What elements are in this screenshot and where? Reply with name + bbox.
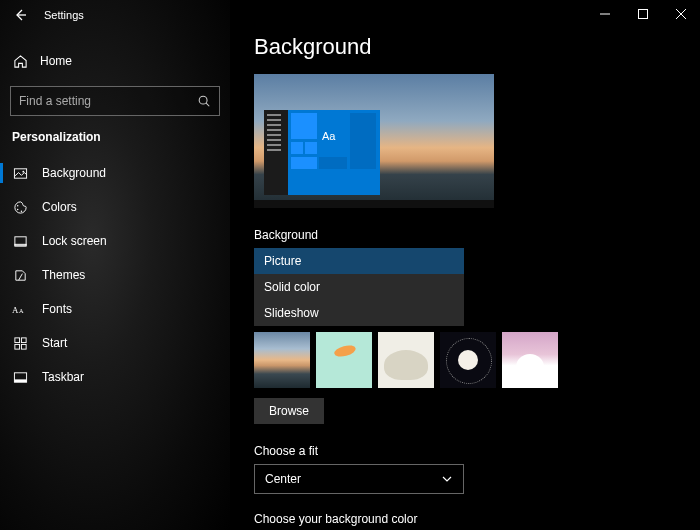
nav-label: Taskbar: [42, 370, 84, 384]
nav-item-start[interactable]: Start: [0, 326, 230, 360]
search-input[interactable]: [19, 94, 197, 108]
nav-item-background[interactable]: Background: [0, 156, 230, 190]
svg-point-4: [16, 208, 18, 210]
content: Background Aa Background Picture Solid c…: [230, 0, 700, 530]
nav-label: Fonts: [42, 302, 72, 316]
home-button[interactable]: Home: [0, 44, 230, 78]
preview-sample-text: Aa: [322, 130, 335, 142]
nav-label: Start: [42, 336, 67, 350]
picture-thumbnails: [254, 332, 700, 388]
svg-rect-11: [21, 337, 26, 342]
nav-item-lockscreen[interactable]: Lock screen: [0, 224, 230, 258]
page-heading: Background: [254, 34, 700, 60]
fit-dropdown[interactable]: Center: [254, 464, 464, 494]
picture-icon: [12, 165, 28, 181]
minimize-icon: [600, 9, 610, 19]
category-heading: Personalization: [0, 116, 230, 148]
sidebar: Settings Home Personalization Background…: [0, 0, 230, 530]
bgcolor-label: Choose your background color: [254, 512, 700, 526]
svg-point-3: [16, 204, 18, 206]
background-label: Background: [254, 228, 700, 242]
titlebar: Settings: [0, 0, 230, 30]
svg-rect-12: [14, 344, 19, 349]
themes-icon: [12, 267, 28, 283]
thumbnail-1[interactable]: [254, 332, 310, 388]
window-title: Settings: [44, 9, 84, 21]
nav-item-taskbar[interactable]: Taskbar: [0, 360, 230, 394]
dropdown-option-slideshow[interactable]: Slideshow: [254, 300, 464, 326]
search-box[interactable]: [10, 86, 220, 116]
fonts-icon: AA: [12, 301, 28, 317]
thumbnail-4[interactable]: [440, 332, 496, 388]
chevron-down-icon: [441, 473, 453, 485]
svg-point-5: [20, 210, 22, 212]
svg-rect-10: [14, 337, 19, 342]
svg-point-0: [199, 96, 207, 104]
thumbnail-2[interactable]: [316, 332, 372, 388]
svg-point-2: [22, 170, 24, 172]
maximize-button[interactable]: [624, 0, 662, 28]
back-button[interactable]: [6, 1, 34, 29]
svg-rect-16: [639, 10, 648, 19]
home-icon: [12, 53, 28, 69]
fit-label: Choose a fit: [254, 444, 700, 458]
close-icon: [676, 9, 686, 19]
desktop-preview: Aa: [254, 74, 494, 208]
palette-icon: [12, 199, 28, 215]
svg-text:A: A: [12, 305, 19, 315]
preview-start-window: Aa: [264, 110, 380, 195]
dropdown-option-picture[interactable]: Picture: [254, 248, 464, 274]
nav-label: Themes: [42, 268, 85, 282]
nav-item-fonts[interactable]: AA Fonts: [0, 292, 230, 326]
maximize-icon: [638, 9, 648, 19]
fit-value: Center: [265, 472, 301, 486]
browse-button[interactable]: Browse: [254, 398, 324, 424]
start-icon: [12, 335, 28, 351]
main: Background Aa Background Picture Solid c…: [230, 0, 700, 530]
dropdown-option-solidcolor[interactable]: Solid color: [254, 274, 464, 300]
svg-rect-15: [14, 379, 26, 382]
nav-label: Background: [42, 166, 106, 180]
thumbnail-5[interactable]: [502, 332, 558, 388]
nav: Background Colors Lock screen Themes AA …: [0, 156, 230, 394]
minimize-button[interactable]: [586, 0, 624, 28]
arrow-left-icon: [13, 8, 27, 22]
home-label: Home: [40, 54, 72, 68]
nav-item-colors[interactable]: Colors: [0, 190, 230, 224]
search-icon: [197, 94, 211, 108]
nav-item-themes[interactable]: Themes: [0, 258, 230, 292]
window-controls: [586, 0, 700, 28]
close-button[interactable]: [662, 0, 700, 28]
nav-label: Colors: [42, 200, 77, 214]
background-type-dropdown[interactable]: Picture Solid color Slideshow: [254, 248, 464, 326]
svg-rect-13: [21, 344, 26, 349]
thumbnail-3[interactable]: [378, 332, 434, 388]
nav-label: Lock screen: [42, 234, 107, 248]
svg-text:A: A: [19, 307, 24, 314]
taskbar-icon: [12, 369, 28, 385]
lockscreen-icon: [12, 233, 28, 249]
